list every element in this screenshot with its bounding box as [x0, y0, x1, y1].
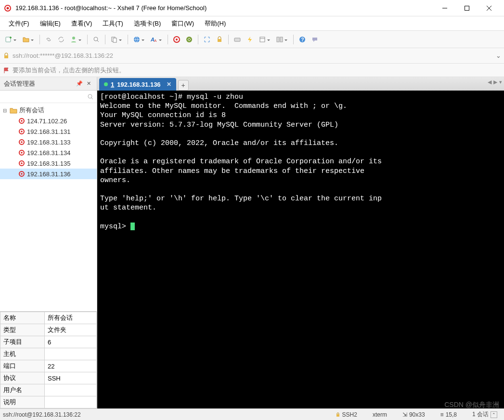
menu-edit[interactable]: 编辑(E) [35, 17, 65, 30]
tool-help-icon[interactable]: ? [297, 34, 308, 45]
status-ssh: SSH2 [332, 411, 361, 418]
hintbar: 要添加当前会话，点击左侧的箭头按钮。 [0, 64, 504, 77]
svg-rect-25 [280, 37, 283, 42]
prop-label: 端口 [0, 360, 45, 372]
titlebar: 192.168.31.136 - root@localhost:~ - Xshe… [0, 0, 504, 16]
tab-add-button[interactable]: + [178, 80, 189, 91]
tool-keyboard-icon[interactable] [232, 34, 243, 45]
svg-point-32 [21, 120, 23, 122]
svg-rect-24 [277, 37, 279, 42]
tab-close-icon[interactable]: ✕ [167, 81, 171, 88]
tab-prev-icon[interactable]: ◀ [488, 79, 491, 85]
prop-row: 主机 [0, 348, 97, 360]
tool-link-icon[interactable] [43, 34, 54, 45]
tool-font-icon[interactable]: AA [148, 34, 160, 45]
svg-rect-28 [4, 55, 8, 58]
menu-help[interactable]: 帮助(H) [200, 17, 231, 30]
prop-value [45, 396, 97, 408]
session-item[interactable]: 192.168.31.136 [0, 169, 97, 179]
terminal-output: Welcome to the MySQL monitor. Commands e… [100, 102, 382, 212]
sidebar-close-icon[interactable]: ✕ [85, 80, 93, 87]
open-button[interactable] [20, 34, 32, 45]
prop-value: SSH [45, 372, 97, 384]
toolbar: AA ? [0, 31, 504, 48]
menu-tools[interactable]: 工具(T) [98, 17, 128, 30]
status-term: xterm [369, 411, 391, 418]
address-text[interactable]: ssh://root:******@192.168.31.136:22 [13, 52, 496, 59]
prop-row: 端口22 [0, 360, 97, 372]
session-icon [18, 118, 25, 124]
sidebar-header: 会话管理器 📌 ✕ [0, 77, 97, 91]
tree-root[interactable]: ⊟ 所有会话 [0, 105, 97, 116]
prop-label: 协议 [0, 372, 45, 384]
separator [168, 35, 168, 44]
terminal[interactable]: [root@localhost ~]# mysql -u zhou Welcom… [97, 91, 504, 408]
collapse-icon[interactable]: ⊟ [2, 108, 8, 113]
svg-line-11 [97, 40, 99, 42]
terminal-command: mysql -u zhou [187, 93, 243, 101]
session-label: 192.168.31.133 [27, 139, 70, 146]
status-size: ⇲ 90x33 [399, 411, 429, 418]
session-label: 192.168.31.135 [27, 160, 70, 167]
prop-row: 名称所有会话 [0, 312, 97, 324]
tool-chat-icon[interactable] [309, 34, 321, 45]
sidebar: 会话管理器 📌 ✕ ⊟ 所有会话 124.71.102.26192.168.31… [0, 77, 97, 408]
cursor-icon [130, 223, 135, 230]
tool-reconnect-icon[interactable] [55, 34, 67, 45]
tab-menu-icon[interactable]: ▾ [499, 79, 502, 85]
pin-icon[interactable]: 📌 [74, 80, 85, 87]
tool-copy-icon[interactable] [108, 34, 120, 45]
tool-layout-icon[interactable] [274, 34, 285, 45]
session-icon [18, 160, 25, 167]
address-dropdown-icon[interactable]: ⌄ [496, 52, 501, 59]
properties-panel: 名称所有会话 类型文件夹 子项目6 主机 端口22 协议SSH 用户名 说明 [0, 311, 97, 408]
session-item[interactable]: 192.168.31.133 [0, 137, 97, 147]
svg-point-10 [94, 37, 98, 41]
tool-search-icon[interactable] [90, 34, 102, 45]
menu-file[interactable]: 文件(F) [4, 17, 34, 30]
app-icon [4, 4, 12, 12]
svg-point-19 [186, 37, 192, 42]
tool-window-icon[interactable] [257, 34, 268, 45]
tool-fullscreen-icon[interactable] [201, 34, 213, 45]
svg-rect-22 [260, 37, 265, 42]
new-session-button[interactable] [3, 34, 14, 45]
session-icon [18, 128, 25, 135]
svg-text:A: A [154, 39, 157, 43]
minimize-button[interactable] [434, 1, 456, 15]
tabbar: 1 192.168.31.136 ✕ + ◀ ▶ ▾ [97, 77, 504, 91]
svg-rect-21 [234, 38, 240, 41]
menu-tab[interactable]: 选项卡(B) [129, 17, 166, 30]
tool-bolt-icon[interactable] [244, 34, 256, 45]
session-item[interactable]: 192.168.31.134 [0, 147, 97, 158]
session-item[interactable]: 192.168.31.131 [0, 126, 97, 137]
tool-xftp-icon[interactable] [183, 34, 195, 45]
sidebar-search[interactable] [0, 91, 97, 103]
status-sessions: 1 会话 ⌃ [468, 410, 501, 419]
status-pos: ≡ 15,8 [437, 411, 461, 418]
svg-text:?: ? [301, 37, 304, 42]
tab-number: 1 [111, 81, 114, 88]
tab-next-icon[interactable]: ▶ [493, 79, 497, 85]
lock-icon [336, 412, 340, 417]
close-button[interactable] [478, 1, 500, 15]
svg-line-30 [91, 98, 93, 99]
tool-lock-icon[interactable] [214, 34, 225, 45]
tool-xshell-icon[interactable] [171, 34, 182, 45]
chevron-icon[interactable]: ⌃ [491, 411, 497, 418]
tool-profile-icon[interactable] [68, 34, 79, 45]
session-item[interactable]: 192.168.31.135 [0, 158, 97, 169]
separator [128, 35, 128, 44]
tab-active[interactable]: 1 192.168.31.136 ✕ [99, 78, 176, 91]
svg-point-29 [88, 94, 92, 98]
session-label: 192.168.31.134 [27, 149, 70, 157]
prop-label: 主机 [0, 348, 45, 360]
maximize-button[interactable] [456, 1, 478, 15]
tool-globe-icon[interactable] [131, 34, 142, 45]
prop-value [45, 348, 97, 360]
menu-view[interactable]: 查看(V) [66, 17, 97, 30]
menu-window[interactable]: 窗口(W) [167, 17, 199, 30]
session-item[interactable]: 124.71.102.26 [0, 116, 97, 126]
separator [105, 35, 105, 44]
terminal-prompt: [root@localhost ~]# [100, 93, 187, 101]
